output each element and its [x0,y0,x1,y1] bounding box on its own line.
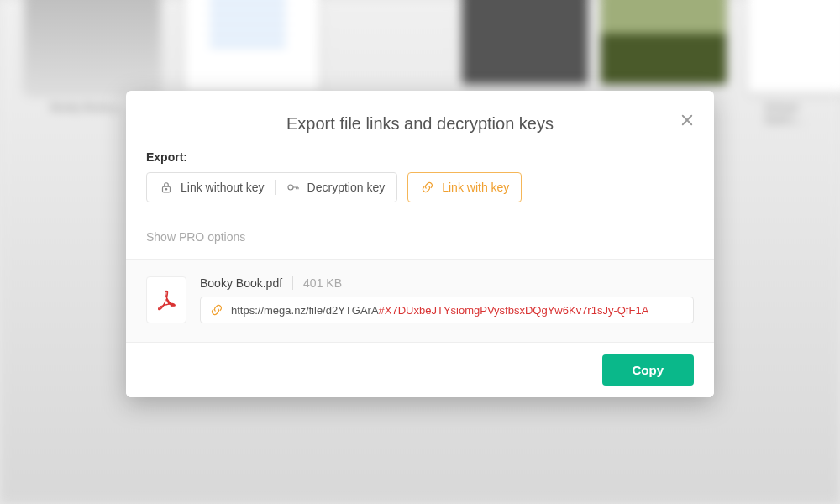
key-icon [286,180,301,195]
option-separator [275,180,276,195]
link-without-key-option[interactable]: Link without key [181,181,265,194]
close-button[interactable] [675,113,699,136]
close-icon [680,113,695,128]
link-text: https://mega.nz/file/d2YTGArA#X7DUxbeJTY… [231,304,648,317]
export-links-modal: Export file links and decryption keys Ex… [126,91,714,397]
show-pro-options-link[interactable]: Show PRO options [146,218,694,259]
link-with-key-label: Link with key [442,181,509,194]
pdf-icon [154,287,179,312]
modal-footer: Copy [126,342,714,397]
modal-title: Export file links and decryption keys [146,114,694,134]
link-with-key-option[interactable]: Link with key [407,172,522,202]
file-meta: Booky Book.pdf 401 KB [200,276,694,290]
decryption-key-option[interactable]: Decryption key [307,181,386,194]
link-decryption-key: #X7DUxbeJTYsiomgPVysfbsxDQgYw6Kv7r1sJy-Q… [379,304,649,317]
pdf-file-icon [146,276,186,323]
link-without-key-and-decryption-key-group: Link without key Decryption key [146,172,397,202]
modal-header: Export file links and decryption keys [126,91,714,150]
lock-icon [159,180,174,195]
svg-point-2 [288,185,293,190]
link-with-key-small-icon [209,302,224,318]
meta-separator [292,276,293,290]
file-info: Booky Book.pdf 401 KB https://mega.nz/fi… [200,276,694,323]
file-name: Booky Book.pdf [200,276,282,290]
export-option-row: Link without key Decryption key [146,172,694,202]
link-field[interactable]: https://mega.nz/file/d2YTGArA#X7DUxbeJTY… [200,297,694,323]
file-section: Booky Book.pdf 401 KB https://mega.nz/fi… [126,259,714,342]
modal-body: Export: Link without key [126,150,714,259]
svg-point-1 [165,189,167,191]
link-base-url: https://mega.nz/file/d2YTGArA [231,304,379,317]
copy-button[interactable]: Copy [602,354,695,386]
link-key-icon [420,180,435,195]
file-size: 401 KB [303,276,342,290]
export-label: Export: [146,150,694,164]
